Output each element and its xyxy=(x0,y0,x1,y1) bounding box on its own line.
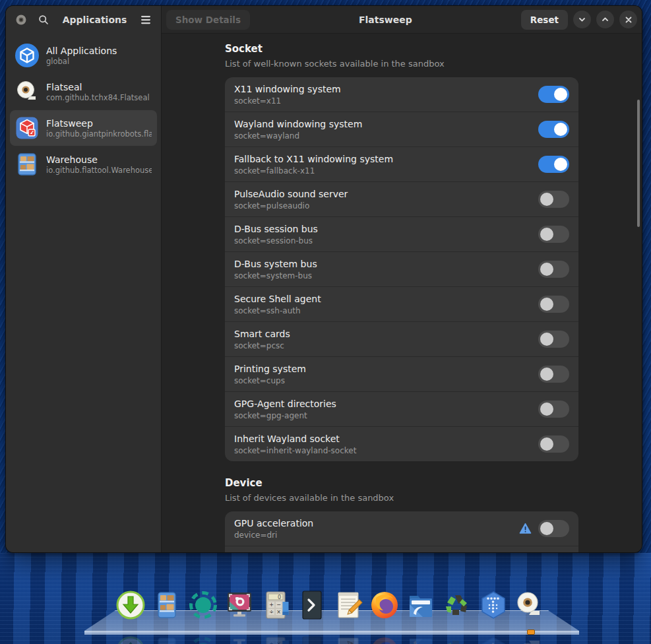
toggle-knob xyxy=(554,88,567,101)
flatseal-dock-icon xyxy=(514,590,545,620)
toggle-switch[interactable] xyxy=(538,296,569,313)
toggle-switch[interactable] xyxy=(538,401,569,418)
toggle-knob xyxy=(540,263,553,276)
permission-subtitle: socket=x11 xyxy=(234,96,532,106)
app-name: All Applications xyxy=(46,45,117,57)
dock-item-recycle[interactable] xyxy=(439,590,475,620)
toggle-switch[interactable] xyxy=(538,156,569,173)
main-header: Show Details Flatsweep Reset xyxy=(162,6,642,34)
sidebar-item-warehouse[interactable]: Warehouseio.github.flattool.Warehouse xyxy=(10,146,157,182)
toggle-switch[interactable] xyxy=(538,226,569,243)
dock-front-edge xyxy=(84,631,579,635)
toggle-knob xyxy=(540,368,553,381)
dock-item-teal-circle[interactable] xyxy=(185,590,221,620)
search-icon[interactable] xyxy=(35,11,52,28)
dock-reflection xyxy=(188,635,218,644)
app-id: io.github.giantpinkrobots.fla... xyxy=(46,129,152,139)
toggle-knob xyxy=(540,402,553,416)
toggle-switch[interactable] xyxy=(538,86,569,103)
permission-row: Input devices xyxy=(225,546,578,552)
dock-reflection xyxy=(224,635,255,644)
dock-item-calculator[interactable]: 0+−÷×0+−÷× xyxy=(257,590,294,620)
permissions-content: SocketList of well-known sockets availab… xyxy=(162,34,642,552)
flatseal-icon xyxy=(15,80,39,104)
sidebar-header: Applications xyxy=(6,6,161,34)
flatseal-window: Applications All ApplicationsglobalFlats… xyxy=(5,5,642,553)
toggle-knob xyxy=(540,333,553,346)
dock-active-indicator xyxy=(527,629,535,635)
permission-row: D-Bus session bussocket=session-bus xyxy=(225,216,578,251)
app-icon xyxy=(13,11,30,28)
permission-subtitle: socket=system-bus xyxy=(234,271,532,281)
svg-text:×: × xyxy=(276,641,281,644)
menu-icon[interactable] xyxy=(137,11,154,28)
permission-row: Secure Shell agentsocket=ssh-auth xyxy=(225,286,578,321)
svg-text:−: − xyxy=(276,602,281,608)
section-title: Device xyxy=(225,477,578,489)
toggle-switch[interactable] xyxy=(538,191,569,208)
dock-reflection xyxy=(369,635,400,644)
permission-row: Printing systemsocket=cups xyxy=(225,356,578,391)
permission-subtitle: socket=session-bus xyxy=(234,236,532,246)
all-applications-icon xyxy=(15,44,39,67)
toggle-knob xyxy=(540,437,553,451)
scrollbar[interactable] xyxy=(637,100,640,227)
dock-item-file-manager[interactable] xyxy=(402,590,439,620)
toggle-switch[interactable] xyxy=(538,121,569,138)
firefox-icon xyxy=(369,590,400,620)
toggle-knob xyxy=(554,158,567,171)
dock-item-text-editor[interactable] xyxy=(330,590,366,620)
section-subtitle: List of well-known sockets available in … xyxy=(225,59,578,69)
teal-circle-icon xyxy=(188,590,218,620)
permission-subtitle: socket=pulseaudio xyxy=(234,201,532,211)
chevron-up-icon[interactable] xyxy=(596,11,614,28)
permission-row: GPU accelerationdevice=dri xyxy=(225,511,578,546)
warehouse-icon xyxy=(15,152,39,176)
permission-row: Inherit Wayland socketsocket=inherit-way… xyxy=(225,426,578,461)
close-icon[interactable] xyxy=(619,11,637,28)
permission-title: X11 windowing system xyxy=(234,82,532,96)
show-details-button[interactable]: Show Details xyxy=(166,10,250,30)
toggle-switch[interactable] xyxy=(538,261,569,278)
toggle-switch[interactable] xyxy=(538,366,569,383)
dock-item-warehouse-dock[interactable] xyxy=(148,590,185,620)
sidebar-item-flatsweep[interactable]: Flatsweepio.github.giantpinkrobots.fla..… xyxy=(10,110,157,146)
permission-title: GPG-Agent directories xyxy=(234,397,532,410)
file-manager-icon xyxy=(406,590,436,620)
permission-title: Inherit Wayland socket xyxy=(234,432,532,445)
dock-item-hexagon-dots[interactable] xyxy=(475,590,511,620)
section-subtitle: List of devices available in the sandbox xyxy=(225,493,578,503)
software-installer-icon xyxy=(115,590,146,620)
warning-icon xyxy=(519,523,532,534)
dock-item-flatseal-dock[interactable] xyxy=(511,590,547,620)
sidebar-item-flatseal[interactable]: Flatsealcom.github.tchx84.Flatseal xyxy=(10,74,157,110)
app-id: io.github.flattool.Warehouse xyxy=(46,166,152,176)
toggle-switch[interactable] xyxy=(538,435,569,453)
dock-item-screenshot-tool[interactable] xyxy=(221,590,257,620)
toggle-switch[interactable] xyxy=(538,331,569,348)
dock-reflection xyxy=(115,635,146,644)
permission-title: PulseAudio sound server xyxy=(234,187,532,201)
permission-subtitle: socket=fallback-x11 xyxy=(234,166,532,176)
dock-reflection xyxy=(514,635,545,644)
svg-text:+: + xyxy=(269,602,274,608)
sidebar-title: Applications xyxy=(57,15,132,25)
toggle-switch[interactable] xyxy=(538,520,569,537)
dock-reflection xyxy=(406,635,436,644)
sidebar-item-all-applications[interactable]: All Applicationsglobal xyxy=(10,38,157,73)
dock-item-terminal[interactable] xyxy=(294,590,330,620)
dock-item-software-installer[interactable] xyxy=(112,590,148,620)
toggle-knob xyxy=(540,228,553,241)
permission-subtitle: socket=wayland xyxy=(234,131,532,141)
text-editor-icon xyxy=(333,590,363,620)
dock-reflection xyxy=(478,635,509,644)
desktop: Applications All ApplicationsglobalFlats… xyxy=(0,0,651,644)
svg-text:0: 0 xyxy=(277,595,280,600)
reset-button[interactable]: Reset xyxy=(521,10,568,30)
dock-item-firefox[interactable] xyxy=(366,590,402,620)
dock-reflection xyxy=(297,635,327,644)
toggle-knob xyxy=(554,123,567,136)
chevron-down-icon[interactable] xyxy=(573,11,591,28)
page-title: Flatsweep xyxy=(255,15,516,25)
permission-row: Wayland windowing systemsocket=wayland xyxy=(225,112,578,146)
